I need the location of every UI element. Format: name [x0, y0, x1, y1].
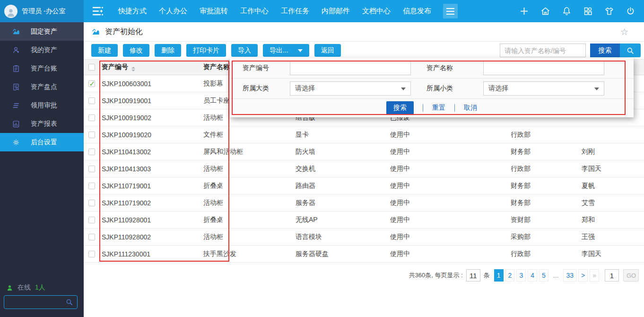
page-button[interactable]: 2 — [505, 269, 515, 282]
sidebar-item[interactable]: 资产报表 — [0, 114, 84, 133]
nav-item[interactable]: 个人办公 — [153, 7, 193, 16]
cell-item: 显卡 — [293, 131, 388, 139]
cell-department: 采购部 — [508, 233, 579, 241]
filter-reset-button[interactable]: 重置 — [432, 104, 445, 112]
nav-item[interactable]: 审批流转 — [193, 7, 234, 16]
page-button[interactable]: 33 — [563, 269, 576, 282]
search-button[interactable]: 搜索 — [590, 44, 620, 57]
cell-person: 夏帆 — [579, 182, 644, 190]
page-size-input[interactable] — [466, 269, 480, 282]
cell-person: 李国天 — [579, 165, 644, 173]
page-button[interactable]: 1 — [494, 269, 504, 282]
toolbar-button[interactable]: 修改 — [123, 44, 149, 57]
sidebar-search-input[interactable] — [6, 296, 63, 308]
nav-item[interactable]: 工作任务 — [275, 7, 315, 16]
row-checkbox[interactable] — [88, 251, 95, 257]
sidebar-item[interactable]: 资产台账 — [0, 59, 84, 78]
hamburger-icon[interactable] — [443, 4, 458, 18]
nav-item[interactable]: 内部邮件 — [315, 7, 356, 16]
star-icon[interactable]: ☆ — [620, 26, 628, 37]
cell-item: 防火墙 — [293, 148, 388, 156]
table-row[interactable]: SJKP110413003 活动柜 交换机 使用中 行政部 李国天 — [84, 160, 644, 177]
caret-down-icon — [594, 88, 599, 90]
topbar: 管理员 -办公室 快捷方式个人办公审批流转工作中心工作任务内部邮件文档中心信息发… — [0, 0, 644, 22]
table-row[interactable]: SJKP110719001 折叠桌 路由器 使用中 财务部 夏帆 — [84, 177, 644, 194]
cell-item: 交换机 — [293, 165, 388, 173]
cell-status: 使用中 — [388, 216, 508, 224]
toolbar-button[interactable]: 新建 — [91, 44, 118, 57]
column-header-label: 资产编号 — [102, 63, 128, 70]
row-checkbox[interactable] — [88, 200, 95, 206]
row-checkbox[interactable] — [88, 217, 95, 223]
table-row[interactable]: SJKP100919020 文件柜 显卡 使用中 行政部 — [84, 126, 644, 143]
back-button[interactable]: 返回 — [314, 44, 341, 57]
table-row[interactable]: SJKP111230001 扶手黑沙发 服务器硬盘 使用中 行政部 李国天 — [84, 246, 644, 263]
pagination-total: 共360条, 每页显示 : — [409, 271, 463, 280]
shirt-icon[interactable] — [604, 6, 614, 16]
sidebar-item[interactable]: 后台设置 — [0, 133, 84, 151]
cell-asset-name: 文件柜 — [201, 131, 293, 139]
jump-page-input[interactable] — [605, 269, 619, 282]
collapse-menu-icon[interactable] — [92, 6, 104, 16]
sidebar-item[interactable]: 领用审批 — [0, 96, 84, 114]
sidebar-item[interactable]: 资产盘点 — [0, 78, 84, 96]
bell-icon[interactable] — [562, 6, 572, 16]
table-row[interactable]: SJKP110719002 活动柜 服务器 使用中 财务部 艾雪 — [84, 194, 644, 211]
page-button[interactable]: > — [578, 269, 588, 282]
table-row[interactable]: SJKP110928001 折叠桌 无线AP 使用中 资财部 郑和 — [84, 211, 644, 229]
filter-cancel-button[interactable]: 取消 — [464, 104, 477, 112]
nav-item[interactable]: 工作中心 — [234, 7, 275, 16]
table-row[interactable]: SJKP110413002 屏风和活动柜 防火墙 使用中 财务部 刘刚 — [84, 143, 644, 160]
page-button[interactable]: ... — [550, 269, 562, 282]
nav-item[interactable]: 文档中心 — [356, 7, 397, 16]
page-button[interactable]: 4 — [528, 269, 537, 282]
plus-icon[interactable] — [519, 6, 529, 16]
nav-item[interactable]: 信息发布 — [397, 7, 437, 16]
cell-department: 财务部 — [508, 199, 579, 207]
online-count: 1人 — [35, 283, 45, 292]
row-checkbox[interactable] — [88, 80, 95, 87]
row-checkbox[interactable] — [88, 183, 95, 189]
sidebar-item-label: 领用审批 — [31, 101, 57, 110]
major-category-select[interactable]: 请选择 — [290, 81, 411, 96]
export-dropdown-button[interactable]: 导出... — [263, 44, 309, 57]
sort-icon[interactable] — [131, 67, 135, 71]
toolbar-button[interactable]: 删除 — [155, 44, 181, 57]
sidebar-item-label: 资产台账 — [31, 64, 57, 73]
cell-person: 郑和 — [579, 216, 644, 224]
filter-search-button[interactable]: 搜索 — [386, 101, 414, 114]
filter-code-input[interactable] — [290, 61, 411, 75]
row-checkbox[interactable] — [88, 132, 95, 138]
toolbar-button[interactable]: 导入 — [231, 44, 258, 57]
row-checkbox[interactable] — [88, 234, 95, 240]
page-button[interactable]: » — [590, 269, 599, 282]
apps-icon[interactable] — [583, 6, 593, 16]
home-icon[interactable] — [540, 6, 550, 16]
select-all-checkbox[interactable] — [88, 64, 95, 70]
cell-department: 资财部 — [508, 216, 579, 224]
power-icon[interactable] — [626, 6, 635, 16]
row-checkbox[interactable] — [88, 166, 95, 172]
sidebar-item[interactable]: 我的资产 — [0, 41, 84, 59]
minor-category-select[interactable]: 请选择 — [483, 81, 604, 96]
sidebar-item-label: 资产盘点 — [31, 83, 57, 91]
page-button[interactable]: 5 — [539, 269, 548, 282]
cell-status: 使用中 — [388, 233, 508, 241]
row-checkbox[interactable] — [88, 114, 95, 121]
toolbar-button[interactable]: 打印卡片 — [186, 44, 226, 57]
filter-name-input[interactable] — [483, 61, 604, 75]
asset-search-input[interactable] — [500, 44, 586, 57]
user-block[interactable]: 管理员 -办公室 — [0, 0, 84, 22]
magnifier-icon[interactable] — [620, 44, 641, 57]
magnifier-icon[interactable] — [65, 298, 73, 306]
column-header-code[interactable]: 资产编号 — [99, 63, 201, 71]
cell-status: 使用中 — [388, 199, 508, 207]
table-row[interactable]: SJKP110928002 活动柜 语言模块 使用中 采购部 王强 — [84, 229, 644, 246]
filter-row-1: 资产编号 资产名称 — [230, 58, 634, 78]
nav-item[interactable]: 快捷方式 — [112, 7, 153, 16]
row-checkbox[interactable] — [88, 149, 95, 155]
row-checkbox[interactable] — [88, 97, 95, 104]
go-button[interactable]: GO — [623, 269, 639, 282]
sidebar-item[interactable]: 固定资产 — [0, 22, 84, 41]
page-button[interactable]: 3 — [516, 269, 526, 282]
